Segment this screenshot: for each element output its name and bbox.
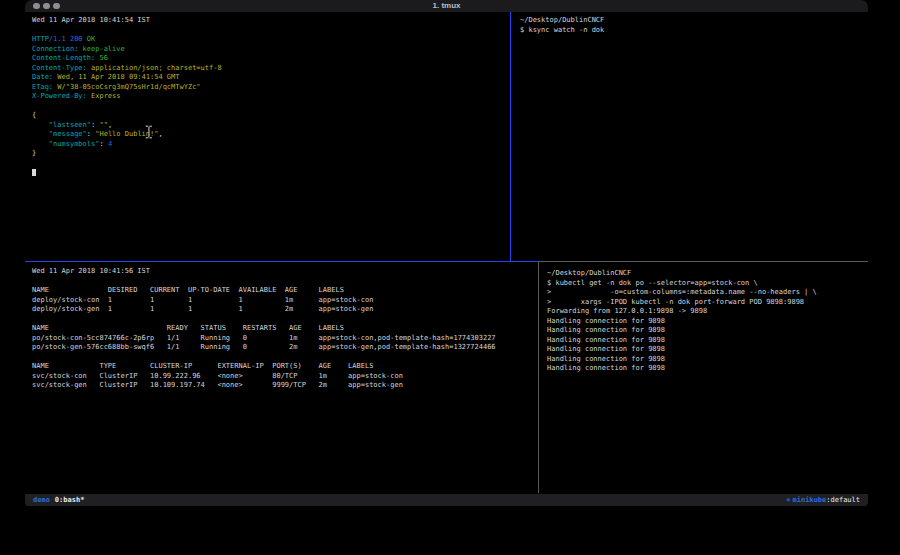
terminal-line: > xargs -IPOD kubectl -n dok port-forwar… bbox=[547, 298, 868, 308]
terminal-line: po/stock-con-5cc874766c-2p6rp 1/1 Runnin… bbox=[32, 334, 537, 344]
terminal-line: Handling connection for 9898 bbox=[547, 336, 868, 346]
terminal-line: Handling connection for 9898 bbox=[547, 355, 868, 365]
terminal-line: > -o=custom-columns=:metadata.name --no-… bbox=[547, 288, 868, 298]
terminal-line: svc/stock-con ClusterIP 10.99.222.96 <no… bbox=[32, 372, 537, 382]
terminal-line bbox=[32, 353, 537, 363]
terminal-line: Handling connection for 9898 bbox=[547, 345, 868, 355]
terminal-line: Date: Wed, 11 Apr 2018 09:41:54 GMT bbox=[32, 73, 510, 83]
kubernetes-helm-icon: ⎈ bbox=[786, 496, 790, 504]
window-title: 1. tmux bbox=[25, 0, 868, 12]
terminal-window: 1. tmux Wed 11 Apr 2018 10:41:54 IST HTT… bbox=[25, 0, 868, 507]
window-titlebar[interactable]: 1. tmux bbox=[25, 0, 868, 12]
terminal-line: "lastseen": "", bbox=[32, 121, 510, 131]
terminal-line: Wed 11 Apr 2018 10:41:56 IST bbox=[32, 267, 537, 277]
terminal-line: svc/stock-gen ClusterIP 10.109.197.74 <n… bbox=[32, 381, 537, 391]
pane-port-forward[interactable]: ~/Desktop/DublinCNCF$ kubectl get -n dok… bbox=[539, 262, 868, 493]
terminal-line: NAME DESIRED CURRENT UP-TO-DATE AVAILABL… bbox=[32, 286, 537, 296]
pane-border-horizontal[interactable] bbox=[25, 261, 868, 262]
terminal-line: } bbox=[32, 149, 510, 159]
pane-border-vertical-top[interactable] bbox=[510, 12, 511, 261]
terminal-line: ETag: W/"38-05coCsrg3mQ75sHr1d/qcMTwYZc" bbox=[32, 83, 510, 93]
terminal-line: "numsymbols": 4 bbox=[32, 140, 510, 150]
terminal-line bbox=[32, 26, 510, 36]
kube-context-indicator: ⎈minikube:default bbox=[786, 494, 860, 506]
terminal-line: Handling connection for 9898 bbox=[547, 364, 868, 374]
terminal-line: X-Powered-By: Express bbox=[32, 92, 510, 102]
terminal-line: deploy/stock-con 1 1 1 1 1m app=stock-co… bbox=[32, 296, 537, 306]
terminal-line: Content-Length: 56 bbox=[32, 54, 510, 64]
tmux-session-name: demo bbox=[33, 496, 50, 504]
terminal-line: Forwarding from 127.0.0.1:9898 -> 9898 bbox=[547, 307, 868, 317]
terminal-line: HTTP/1.1 200 OK bbox=[32, 35, 510, 45]
terminal-line: NAME READY STATUS RESTARTS AGE LABELS bbox=[32, 324, 537, 334]
terminal-line bbox=[32, 102, 510, 112]
terminal-line bbox=[32, 168, 510, 178]
mouse-ibeam-cursor bbox=[145, 124, 153, 138]
terminal-line: po/stock-gen-576cc688bb-swqf6 1/1 Runnin… bbox=[32, 343, 537, 353]
tmux-window-label[interactable]: 0:bash* bbox=[55, 496, 85, 504]
pane-border-inactive-segment bbox=[538, 261, 868, 262]
terminal-line: Handling connection for 9898 bbox=[547, 317, 868, 327]
pane-ksync-watch[interactable]: ~/Desktop/DublinCNCF$ ksync watch -n dok bbox=[511, 12, 868, 261]
terminal-line: $ ksync watch -n dok bbox=[520, 26, 868, 36]
pane-border-active-segment bbox=[25, 261, 538, 262]
kube-namespace: :default bbox=[826, 496, 860, 504]
terminal-line: "message": "Hello Dublin!", bbox=[32, 130, 510, 140]
terminal-line: Connection: keep-alive bbox=[32, 45, 510, 55]
tmux-status-bar: demo0:bash* ⎈minikube:default bbox=[25, 494, 868, 506]
kube-context-name: minikube bbox=[793, 496, 827, 504]
terminal-line: deploy/stock-gen 1 1 1 1 2m app=stock-ge… bbox=[32, 305, 537, 315]
terminal-line: { bbox=[32, 111, 510, 121]
pane-border-vertical-bottom[interactable] bbox=[538, 262, 539, 493]
terminal-block-cursor bbox=[32, 169, 36, 176]
terminal-line: NAME TYPE CLUSTER-IP EXTERNAL-IP PORT(S)… bbox=[32, 362, 537, 372]
terminal-line: $ kubectl get -n dok po --selector=app=s… bbox=[547, 279, 868, 289]
pane-http-response[interactable]: Wed 11 Apr 2018 10:41:54 IST HTTP/1.1 20… bbox=[25, 12, 510, 261]
terminal-line: Handling connection for 9898 bbox=[547, 326, 868, 336]
terminal-line bbox=[32, 315, 537, 325]
terminal-line: ~/Desktop/DublinCNCF bbox=[520, 16, 868, 26]
terminal-line: Content-Type: application/json; charset=… bbox=[32, 64, 510, 74]
terminal-line: Wed 11 Apr 2018 10:41:54 IST bbox=[32, 16, 510, 26]
terminal-line bbox=[32, 277, 537, 287]
desktop: 1. tmux Wed 11 Apr 2018 10:41:54 IST HTT… bbox=[0, 0, 900, 555]
terminal-line: ~/Desktop/DublinCNCF bbox=[547, 269, 868, 279]
pane-kubectl-get[interactable]: Wed 11 Apr 2018 10:41:56 IST NAME DESIRE… bbox=[25, 262, 537, 493]
tmux-status-left: demo0:bash* bbox=[33, 494, 84, 506]
terminal-line bbox=[32, 159, 510, 169]
